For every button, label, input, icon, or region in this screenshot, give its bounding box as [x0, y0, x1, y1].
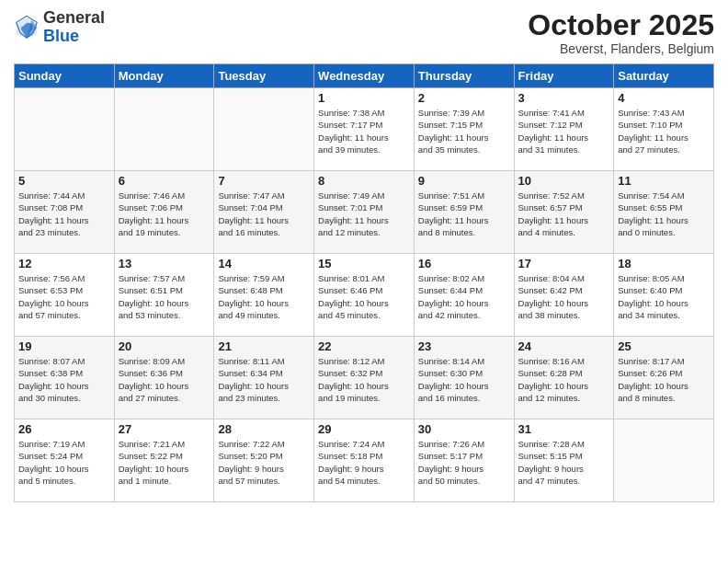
calendar-cell: 5Sunrise: 7:44 AM Sunset: 7:08 PM Daylig…: [15, 171, 115, 254]
calendar-cell: 12Sunrise: 7:56 AM Sunset: 6:53 PM Dayli…: [15, 254, 115, 337]
calendar-cell: 6Sunrise: 7:46 AM Sunset: 7:06 PM Daylig…: [114, 171, 214, 254]
day-info: Sunrise: 7:54 AM Sunset: 6:55 PM Dayligh…: [618, 190, 710, 238]
day-number: 29: [318, 422, 410, 436]
calendar-cell: 7Sunrise: 7:47 AM Sunset: 7:04 PM Daylig…: [214, 171, 314, 254]
calendar-table: SundayMondayTuesdayWednesdayThursdayFrid…: [14, 63, 714, 502]
calendar-cell: 31Sunrise: 7:28 AM Sunset: 5:15 PM Dayli…: [514, 419, 614, 502]
title-block: October 2025 Beverst, Flanders, Belgium: [528, 9, 714, 56]
day-info: Sunrise: 7:49 AM Sunset: 7:01 PM Dayligh…: [318, 190, 410, 238]
header-wednesday: Wednesday: [314, 64, 415, 88]
day-info: Sunrise: 8:05 AM Sunset: 6:40 PM Dayligh…: [618, 272, 710, 321]
logo-general: General: [43, 8, 105, 27]
calendar-cell: 18Sunrise: 8:05 AM Sunset: 6:40 PM Dayli…: [614, 254, 714, 337]
page-header: General Blue October 2025 Beverst, Fland…: [14, 9, 714, 56]
day-number: 28: [218, 422, 310, 436]
calendar-cell: 25Sunrise: 8:17 AM Sunset: 6:26 PM Dayli…: [614, 337, 714, 419]
page-container: General Blue October 2025 Beverst, Fland…: [0, 0, 728, 511]
calendar-cell: 20Sunrise: 8:09 AM Sunset: 6:36 PM Dayli…: [114, 337, 214, 419]
calendar-cell: 10Sunrise: 7:52 AM Sunset: 6:57 PM Dayli…: [514, 171, 614, 254]
day-info: Sunrise: 7:47 AM Sunset: 7:04 PM Dayligh…: [218, 190, 310, 238]
header-sunday: Sunday: [15, 64, 115, 88]
day-number: 2: [418, 91, 510, 105]
day-number: 10: [518, 174, 610, 188]
day-info: Sunrise: 8:07 AM Sunset: 6:38 PM Dayligh…: [18, 355, 110, 404]
day-info: Sunrise: 7:19 AM Sunset: 5:24 PM Dayligh…: [18, 438, 110, 487]
day-number: 26: [18, 422, 110, 436]
day-info: Sunrise: 7:59 AM Sunset: 6:48 PM Dayligh…: [218, 272, 310, 321]
day-info: Sunrise: 8:11 AM Sunset: 6:34 PM Dayligh…: [218, 355, 310, 404]
calendar-cell: [114, 88, 214, 171]
calendar-cell: 9Sunrise: 7:51 AM Sunset: 6:59 PM Daylig…: [414, 171, 514, 254]
calendar-cell: 14Sunrise: 7:59 AM Sunset: 6:48 PM Dayli…: [214, 254, 314, 337]
day-info: Sunrise: 8:04 AM Sunset: 6:42 PM Dayligh…: [518, 272, 610, 321]
day-info: Sunrise: 7:26 AM Sunset: 5:17 PM Dayligh…: [418, 438, 510, 487]
day-number: 17: [518, 257, 610, 270]
calendar-cell: [15, 88, 115, 171]
day-number: 24: [518, 339, 610, 353]
day-number: 3: [518, 91, 610, 105]
day-info: Sunrise: 7:41 AM Sunset: 7:12 PM Dayligh…: [518, 107, 610, 155]
calendar-cell: 16Sunrise: 8:02 AM Sunset: 6:44 PM Dayli…: [414, 254, 514, 337]
day-number: 16: [418, 257, 510, 270]
calendar-cell: 22Sunrise: 8:12 AM Sunset: 6:32 PM Dayli…: [314, 337, 415, 419]
day-number: 4: [618, 91, 710, 105]
day-number: 25: [618, 339, 710, 353]
day-info: Sunrise: 7:52 AM Sunset: 6:57 PM Dayligh…: [518, 190, 610, 238]
day-number: 1: [318, 91, 410, 105]
calendar-cell: 17Sunrise: 8:04 AM Sunset: 6:42 PM Dayli…: [514, 254, 614, 337]
day-info: Sunrise: 7:56 AM Sunset: 6:53 PM Dayligh…: [18, 272, 110, 321]
logo-blue: Blue: [43, 27, 79, 45]
day-number: 12: [18, 257, 110, 270]
day-info: Sunrise: 7:51 AM Sunset: 6:59 PM Dayligh…: [418, 190, 510, 238]
calendar-cell: 24Sunrise: 8:16 AM Sunset: 6:28 PM Dayli…: [514, 337, 614, 419]
week-row-3: 12Sunrise: 7:56 AM Sunset: 6:53 PM Dayli…: [15, 254, 714, 337]
day-number: 20: [119, 339, 210, 353]
calendar-cell: [214, 88, 314, 171]
day-number: 5: [18, 174, 110, 188]
day-number: 22: [318, 339, 410, 353]
week-row-1: 1Sunrise: 7:38 AM Sunset: 7:17 PM Daylig…: [15, 88, 714, 171]
week-row-5: 26Sunrise: 7:19 AM Sunset: 5:24 PM Dayli…: [15, 419, 714, 502]
day-number: 21: [218, 339, 310, 353]
day-number: 7: [218, 174, 310, 188]
header-friday: Friday: [514, 64, 614, 88]
calendar-cell: 26Sunrise: 7:19 AM Sunset: 5:24 PM Dayli…: [15, 419, 115, 502]
calendar-cell: 2Sunrise: 7:39 AM Sunset: 7:15 PM Daylig…: [414, 88, 514, 171]
day-info: Sunrise: 7:28 AM Sunset: 5:15 PM Dayligh…: [518, 438, 610, 487]
day-info: Sunrise: 7:44 AM Sunset: 7:08 PM Dayligh…: [18, 190, 110, 238]
calendar-cell: 19Sunrise: 8:07 AM Sunset: 6:38 PM Dayli…: [15, 337, 115, 419]
day-number: 23: [418, 339, 510, 353]
calendar-cell: 15Sunrise: 8:01 AM Sunset: 6:46 PM Dayli…: [314, 254, 415, 337]
calendar-cell: 8Sunrise: 7:49 AM Sunset: 7:01 PM Daylig…: [314, 171, 415, 254]
month-title: October 2025: [528, 9, 714, 41]
day-number: 27: [119, 422, 210, 436]
day-info: Sunrise: 8:14 AM Sunset: 6:30 PM Dayligh…: [418, 355, 510, 404]
week-row-2: 5Sunrise: 7:44 AM Sunset: 7:08 PM Daylig…: [15, 171, 714, 254]
day-number: 11: [618, 174, 710, 188]
calendar-header-row: SundayMondayTuesdayWednesdayThursdayFrid…: [15, 64, 714, 88]
calendar-cell: 4Sunrise: 7:43 AM Sunset: 7:10 PM Daylig…: [614, 88, 714, 171]
logo-text: General Blue: [43, 9, 105, 46]
calendar-cell: 13Sunrise: 7:57 AM Sunset: 6:51 PM Dayli…: [114, 254, 214, 337]
header-saturday: Saturday: [614, 64, 714, 88]
day-info: Sunrise: 7:21 AM Sunset: 5:22 PM Dayligh…: [119, 438, 210, 487]
day-info: Sunrise: 8:16 AM Sunset: 6:28 PM Dayligh…: [518, 355, 610, 404]
calendar-cell: 30Sunrise: 7:26 AM Sunset: 5:17 PM Dayli…: [414, 419, 514, 502]
day-number: 19: [18, 339, 110, 353]
header-tuesday: Tuesday: [214, 64, 314, 88]
day-info: Sunrise: 7:24 AM Sunset: 5:18 PM Dayligh…: [318, 438, 410, 487]
day-info: Sunrise: 8:09 AM Sunset: 6:36 PM Dayligh…: [119, 355, 210, 404]
calendar-cell: 3Sunrise: 7:41 AM Sunset: 7:12 PM Daylig…: [514, 88, 614, 171]
calendar-cell: 29Sunrise: 7:24 AM Sunset: 5:18 PM Dayli…: [314, 419, 415, 502]
logo: General Blue: [14, 9, 105, 46]
day-info: Sunrise: 7:57 AM Sunset: 6:51 PM Dayligh…: [119, 272, 210, 321]
day-info: Sunrise: 7:22 AM Sunset: 5:20 PM Dayligh…: [218, 438, 310, 487]
calendar-cell: 27Sunrise: 7:21 AM Sunset: 5:22 PM Dayli…: [114, 419, 214, 502]
calendar-cell: 28Sunrise: 7:22 AM Sunset: 5:20 PM Dayli…: [214, 419, 314, 502]
calendar-cell: 23Sunrise: 8:14 AM Sunset: 6:30 PM Dayli…: [414, 337, 514, 419]
day-info: Sunrise: 7:39 AM Sunset: 7:15 PM Dayligh…: [418, 107, 510, 155]
calendar-cell: [614, 419, 714, 502]
day-info: Sunrise: 7:38 AM Sunset: 7:17 PM Dayligh…: [318, 107, 410, 155]
day-info: Sunrise: 7:43 AM Sunset: 7:10 PM Dayligh…: [618, 107, 710, 155]
calendar-cell: 21Sunrise: 8:11 AM Sunset: 6:34 PM Dayli…: [214, 337, 314, 419]
